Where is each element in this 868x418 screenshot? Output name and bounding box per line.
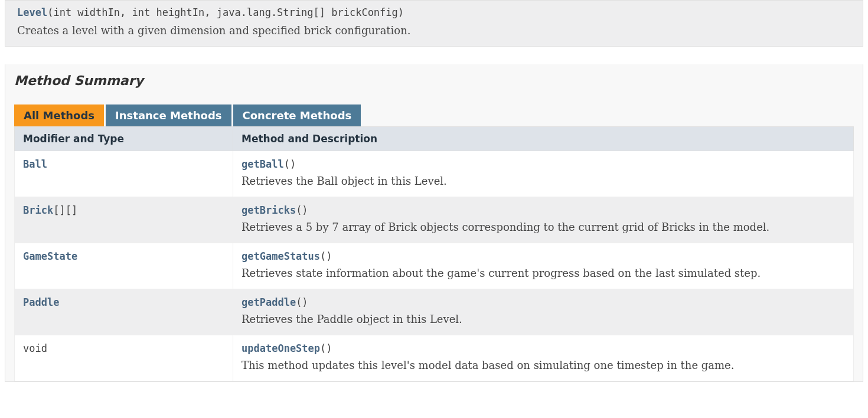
return-type-plain: void [23,342,47,354]
method-signature: getPaddle() [242,296,845,308]
method-params: () [296,204,308,216]
cell-modifier-type: Ball [15,151,233,197]
method-summary-title: Method Summary [14,73,863,88]
method-summary-table: Modifier and Type Method and Description… [14,126,854,381]
cell-method-description: updateOneStep()This method updates this … [233,335,854,381]
return-type-suffix: [][] [53,204,77,216]
constructor-signature: Level(int widthIn, int heightIn, java.la… [17,6,851,18]
method-signature: getBricks() [242,204,845,216]
method-signature: getGameStatus() [242,250,845,262]
method-summary-section: Method Summary All Methods Instance Meth… [5,64,863,382]
method-description: Retrieves the Ball object in this Level. [242,175,845,187]
method-signature: updateOneStep() [242,342,845,354]
table-row: voidupdateOneStep()This method updates t… [15,335,854,381]
return-type-link[interactable]: Paddle [23,296,59,308]
method-tabs: All Methods Instance Methods Concrete Me… [14,105,863,126]
method-name-link[interactable]: getBricks [242,204,296,216]
method-name-link[interactable]: getGameStatus [242,250,320,262]
method-description: Retrieves a 5 by 7 array of Brick object… [242,221,845,233]
cell-modifier-type: Brick[][] [15,197,233,243]
cell-method-description: getBall()Retrieves the Ball object in th… [233,151,854,197]
method-name-link[interactable]: getPaddle [242,296,296,308]
method-description: This method updates this level's model d… [242,359,845,371]
method-name-link[interactable]: updateOneStep [242,342,320,354]
return-type-link[interactable]: Brick [23,204,53,216]
cell-method-description: getPaddle()Retrieves the Paddle object i… [233,289,854,335]
return-type-link[interactable]: GameState [23,250,77,262]
method-name-link[interactable]: getBall [242,158,284,170]
method-params: () [296,296,308,308]
table-row: BallgetBall()Retrieves the Ball object i… [15,151,854,197]
cell-modifier-type: Paddle [15,289,233,335]
method-description: Retrieves the Paddle object in this Leve… [242,313,845,325]
table-row: PaddlegetPaddle()Retrieves the Paddle ob… [15,289,854,335]
tab-instance-methods[interactable]: Instance Methods [106,105,231,126]
method-params: () [320,250,332,262]
constructor-summary-row: Level(int widthIn, int heightIn, java.la… [5,0,863,47]
cell-method-description: getGameStatus()Retrieves state informati… [233,243,854,289]
table-row: GameStategetGameStatus()Retrieves state … [15,243,854,289]
table-header-row: Modifier and Type Method and Description [15,127,854,151]
method-description: Retrieves state information about the ga… [242,267,845,279]
cell-modifier-type: void [15,335,233,381]
constructor-name-link[interactable]: Level [17,6,47,18]
return-type-link[interactable]: Ball [23,158,47,170]
table-row: Brick[][]getBricks()Retrieves a 5 by 7 a… [15,197,854,243]
method-params: () [284,158,296,170]
tab-all-methods[interactable]: All Methods [14,105,104,126]
method-params: () [320,342,332,354]
tab-concrete-methods[interactable]: Concrete Methods [233,105,361,126]
constructor-params: (int widthIn, int heightIn, java.lang.St… [47,6,404,18]
cell-modifier-type: GameState [15,243,233,289]
header-method-description: Method and Description [233,127,854,151]
method-signature: getBall() [242,158,845,170]
constructor-description: Creates a level with a given dimension a… [17,24,851,37]
cell-method-description: getBricks()Retrieves a 5 by 7 array of B… [233,197,854,243]
header-modifier-type: Modifier and Type [15,127,233,151]
